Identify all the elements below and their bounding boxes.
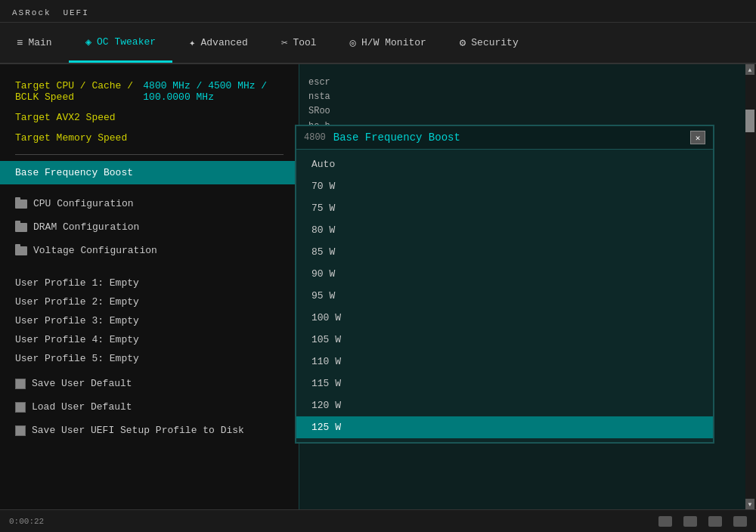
bottom-icon-1[interactable] — [658, 516, 672, 527]
option-120w[interactable]: 120 W — [296, 394, 713, 416]
save-profile-disk-label: Save User UEFI Setup Profile to Disk — [32, 425, 244, 436]
option-90w[interactable]: 90 W — [296, 263, 713, 285]
nav-label-main: Main — [28, 37, 51, 48]
base-freq-boost-label: Base Frequency Boost — [15, 167, 133, 178]
menu-item-cpu-config[interactable]: CPU Configuration — [0, 192, 299, 215]
left-panel: Target CPU / Cache / BCLK Speed 4800 MHz… — [0, 64, 299, 532]
scroll-up-button[interactable]: ▲ — [745, 64, 754, 75]
nav-label-oc-tweaker: OC Tweaker — [97, 36, 156, 48]
info-row-avx2: Target AVX2 Speed — [0, 107, 299, 128]
profile-item-4: User Profile 4: Empty — [0, 330, 299, 349]
bottom-icon-2[interactable] — [683, 516, 697, 527]
load-default-label: Load User Default — [32, 401, 132, 413]
nav-item-security[interactable]: ⚙ Security — [443, 23, 535, 63]
base-freq-boost-modal[interactable]: 4800 Base Frequency Boost ✕ Auto 70 W 75… — [295, 125, 714, 444]
menu-item-voltage-config[interactable]: Voltage Configuration — [0, 239, 299, 262]
scroll-down-button[interactable]: ▼ — [745, 499, 754, 509]
nav-label-security: Security — [471, 37, 518, 48]
hw-monitor-nav-icon: ◎ — [350, 36, 356, 49]
floppy-icon-load — [15, 402, 26, 413]
main-nav-icon: ≡ — [17, 37, 23, 49]
scroll-thumb[interactable] — [745, 110, 754, 132]
option-105w[interactable]: 105 W — [296, 329, 713, 351]
folder-icon-dram — [15, 223, 27, 232]
floppy-icon-save — [15, 379, 26, 389]
tool-nav-icon: ✂ — [281, 36, 287, 49]
header: ASRock UEFI — [0, 0, 756, 23]
nav-label-tool: Tool — [293, 37, 316, 48]
option-85w[interactable]: 85 W — [296, 241, 713, 263]
info-row-memory: Target Memory Speed — [0, 128, 299, 148]
floppy-icon-profile — [15, 425, 26, 436]
menu-item-load-default[interactable]: Load User Default — [0, 395, 299, 419]
profile-item-2: User Profile 2: Empty — [0, 292, 299, 311]
folder-icon-cpu — [15, 200, 27, 209]
profile-item-3: User Profile 3: Empty — [0, 311, 299, 330]
time-display: 0:00:22 — [9, 517, 44, 526]
advanced-nav-icon: ✦ — [189, 36, 195, 49]
folder-icon-voltage — [15, 246, 27, 255]
bottom-icons — [658, 516, 747, 527]
modal-close-button[interactable]: ✕ — [690, 131, 705, 144]
nav-item-tool[interactable]: ✂ Tool — [265, 23, 333, 63]
menu-item-save-default[interactable]: Save User Default — [0, 372, 299, 395]
option-95w[interactable]: 95 W — [296, 285, 713, 307]
security-nav-icon: ⚙ — [460, 36, 466, 49]
bottom-icon-4[interactable] — [733, 516, 747, 527]
cpu-config-label: CPU Configuration — [33, 198, 134, 209]
option-auto[interactable]: Auto — [296, 153, 713, 175]
nav-item-advanced[interactable]: ✦ Advanced — [172, 23, 265, 63]
save-default-label: Save User Default — [32, 378, 132, 389]
menu-item-dram-config[interactable]: DRAM Configuration — [0, 215, 299, 239]
bottom-bar: 0:00:22 — [0, 509, 756, 532]
screen: ASRock UEFI ≡ Main ◈ OC Tweaker ✦ Advanc… — [0, 0, 756, 532]
cpu-speed-value: 4800 MHz / 4500 MHz / 100.0000 MHz — [143, 80, 284, 103]
modal-title: Base Frequency Boost — [333, 131, 460, 144]
option-110w[interactable]: 110 W — [296, 351, 713, 373]
option-75w[interactable]: 75 W — [296, 197, 713, 219]
nav-label-hw-monitor: H/W Monitor — [361, 37, 426, 48]
option-115w[interactable]: 115 W — [296, 373, 713, 394]
info-row-cpu-speed: Target CPU / Cache / BCLK Speed 4800 MHz… — [0, 76, 299, 107]
bottom-icon-3[interactable] — [708, 516, 722, 527]
nav-label-advanced: Advanced — [201, 37, 248, 48]
option-80w[interactable]: 80 W — [296, 219, 713, 241]
oc-tweaker-nav-icon: ◈ — [85, 36, 91, 48]
logo-text: ASRock — [12, 8, 51, 17]
logo: ASRock UEFI — [9, 4, 89, 19]
rp-line-1: nsta — [308, 90, 747, 104]
cpu-speed-label: Target CPU / Cache / BCLK Speed — [15, 80, 143, 103]
modal-options-list: Auto 70 W 75 W 80 W 85 W 90 W 95 W 100 W… — [296, 150, 713, 442]
navigation: ≡ Main ◈ OC Tweaker ✦ Advanced ✂ Tool ◎ … — [0, 23, 756, 64]
modal-speed-hint: 4800 — [304, 132, 326, 143]
nav-item-main[interactable]: ≡ Main — [0, 23, 69, 63]
menu-item-base-freq-boost[interactable]: Base Frequency Boost — [0, 161, 299, 184]
modal-header: 4800 Base Frequency Boost ✕ — [296, 126, 713, 150]
option-100w[interactable]: 100 W — [296, 307, 713, 329]
modal-title-area: 4800 Base Frequency Boost — [304, 131, 460, 144]
profile-item-1: User Profile 1: Empty — [0, 274, 299, 292]
option-125w[interactable]: 125 W — [296, 416, 713, 438]
memory-label: Target Memory Speed — [15, 132, 127, 144]
option-70w[interactable]: 70 W — [296, 175, 713, 197]
nav-item-hw-monitor[interactable]: ◎ H/W Monitor — [333, 23, 443, 63]
logo-sub: UEFI — [63, 8, 88, 17]
rp-line-0: escr — [308, 76, 747, 90]
menu-item-save-profile-disk[interactable]: Save User UEFI Setup Profile to Disk — [0, 419, 299, 442]
right-scrollbar[interactable]: ▲ ▼ — [745, 64, 756, 509]
voltage-config-label: Voltage Configuration — [33, 245, 157, 256]
dram-config-label: DRAM Configuration — [33, 221, 139, 233]
profile-item-5: User Profile 5: Empty — [0, 349, 299, 368]
avx2-label: Target AVX2 Speed — [15, 112, 116, 123]
nav-item-oc-tweaker[interactable]: ◈ OC Tweaker — [69, 23, 172, 63]
divider-top — [15, 154, 284, 155]
rp-line-2: SRoo — [308, 104, 747, 119]
